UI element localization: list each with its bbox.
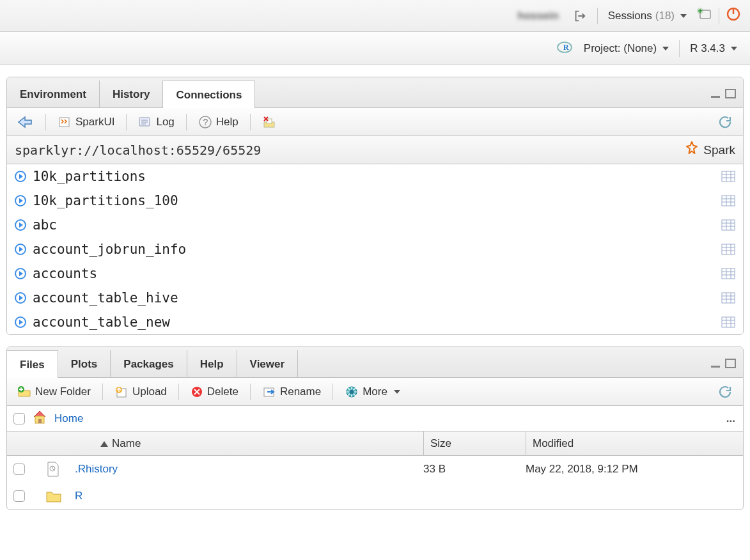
log-label: Log: [156, 116, 174, 128]
file-name[interactable]: .Rhistory: [75, 463, 423, 476]
separator: [186, 114, 187, 130]
maximize-icon[interactable]: [725, 89, 737, 102]
new-folder-button[interactable]: New Folder: [13, 384, 95, 400]
svg-rect-47: [722, 317, 735, 327]
table-name: account_jobrun_info: [33, 242, 721, 257]
header-name[interactable]: Name: [75, 437, 423, 450]
sessions-dropdown[interactable]: Sessions (18): [604, 8, 691, 24]
back-button[interactable]: [13, 114, 38, 130]
signout-icon[interactable]: [569, 8, 591, 24]
connections-pane: Environment History Connections SparkUI …: [6, 77, 744, 335]
table-name: account_table_new: [33, 315, 721, 330]
expand-icon[interactable]: [15, 268, 26, 279]
expand-icon[interactable]: [15, 316, 26, 328]
delete-label: Delete: [207, 385, 238, 398]
svg-rect-27: [722, 220, 735, 230]
header-modified[interactable]: Modified: [526, 432, 737, 455]
files-tabrow: Files Plots Packages Help Viewer: [7, 347, 743, 378]
row-checkbox[interactable]: [13, 490, 25, 502]
preview-table-icon[interactable]: [721, 219, 735, 231]
files-pane: Files Plots Packages Help Viewer New Fol…: [6, 346, 744, 510]
refresh-button[interactable]: [714, 383, 737, 401]
delete-button[interactable]: Delete: [187, 384, 242, 400]
rename-button[interactable]: Rename: [258, 384, 325, 400]
table-row[interactable]: 10k_partitions: [7, 164, 743, 189]
select-all-checkbox[interactable]: [13, 413, 25, 424]
minimize-icon[interactable]: [710, 359, 723, 372]
svg-rect-7: [726, 89, 735, 98]
tab-files[interactable]: Files: [7, 350, 58, 378]
file-name[interactable]: R: [75, 490, 423, 502]
expand-icon[interactable]: [15, 219, 26, 231]
expand-icon[interactable]: [15, 292, 26, 304]
divider: [597, 8, 598, 24]
table-name: 10k_partitions_100: [33, 193, 721, 208]
more-path-icon[interactable]: ...: [726, 412, 735, 425]
divider: [679, 40, 680, 57]
preview-table-icon[interactable]: [721, 171, 735, 182]
file-size: 33 B: [423, 463, 526, 476]
tab-help[interactable]: Help: [187, 350, 237, 377]
connection-string: sparklyr://localhost:65529/65529: [15, 143, 261, 158]
help-button[interactable]: ? Help: [194, 114, 242, 130]
preview-table-icon[interactable]: [721, 244, 735, 255]
file-row[interactable]: .Rhistory 33 B May 22, 2018, 9:12 PM: [7, 456, 743, 483]
connections-tabrow: Environment History Connections: [7, 77, 743, 108]
file-list-header: Name Size Modified: [7, 432, 743, 456]
table-row[interactable]: account_table_hive: [7, 286, 743, 310]
svg-rect-8: [59, 118, 69, 127]
project-dropdown[interactable]: Project: (None): [580, 41, 673, 56]
svg-rect-66: [38, 419, 42, 423]
separator: [102, 384, 103, 400]
table-row[interactable]: accounts: [7, 261, 743, 286]
maximize-icon[interactable]: [725, 359, 737, 372]
table-row[interactable]: abc: [7, 213, 743, 237]
svg-rect-53: [726, 359, 735, 368]
tab-history[interactable]: History: [100, 81, 164, 107]
svg-rect-17: [722, 171, 735, 182]
row-checkbox[interactable]: [13, 463, 25, 475]
preview-table-icon[interactable]: [721, 316, 735, 328]
expand-icon[interactable]: [15, 171, 26, 182]
preview-table-icon[interactable]: [721, 268, 735, 279]
tab-plots[interactable]: Plots: [58, 350, 111, 377]
quit-icon[interactable]: [726, 6, 741, 25]
sessions-label: Sessions: [608, 10, 652, 22]
separator: [332, 384, 333, 400]
expand-icon[interactable]: [15, 244, 26, 255]
preview-table-icon[interactable]: [721, 195, 735, 206]
more-dropdown[interactable]: More: [341, 384, 404, 400]
new-session-icon[interactable]: [697, 8, 712, 24]
table-row[interactable]: 10k_partitions_100: [7, 189, 743, 213]
file-icon: [45, 461, 75, 478]
sparkui-label: SparkUI: [75, 116, 114, 128]
log-button[interactable]: Log: [134, 114, 178, 130]
files-toolbar: New Folder Upload Delete Rename More: [7, 378, 743, 406]
svg-rect-22: [722, 196, 735, 206]
global-toolbar: hossein Sessions (18): [0, 0, 750, 32]
table-name: 10k_partitions: [33, 169, 721, 184]
tab-packages[interactable]: Packages: [111, 350, 187, 377]
tab-viewer[interactable]: Viewer: [237, 350, 299, 377]
disconnect-button[interactable]: [258, 114, 281, 130]
new-folder-label: New Folder: [35, 385, 91, 398]
refresh-button[interactable]: [714, 113, 737, 131]
table-row[interactable]: account_table_new: [7, 310, 743, 334]
svg-point-64: [350, 389, 354, 394]
breadcrumb-home[interactable]: Home: [54, 412, 83, 425]
tab-environment[interactable]: Environment: [7, 81, 100, 107]
table-row[interactable]: account_jobrun_info: [7, 237, 743, 261]
home-icon[interactable]: [31, 409, 48, 428]
header-size[interactable]: Size: [423, 432, 526, 455]
minimize-icon[interactable]: [710, 89, 723, 102]
svg-text:?: ?: [203, 117, 208, 127]
tab-connections[interactable]: Connections: [162, 81, 255, 108]
file-row[interactable]: R: [7, 483, 743, 509]
upload-button[interactable]: Upload: [111, 384, 171, 400]
separator: [126, 114, 127, 130]
expand-icon[interactable]: [15, 195, 26, 206]
sparkui-button[interactable]: SparkUI: [54, 114, 118, 130]
r-version-dropdown[interactable]: R 3.4.3: [686, 41, 741, 56]
breadcrumb-bar: Home ...: [7, 406, 743, 432]
preview-table-icon[interactable]: [721, 292, 735, 304]
